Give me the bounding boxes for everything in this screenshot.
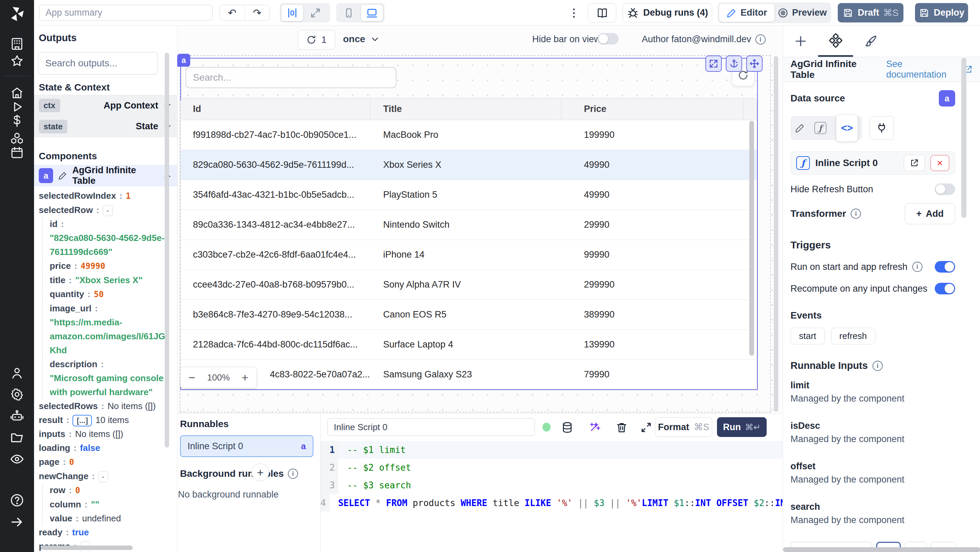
zoom-out-button[interactable]: − (181, 371, 203, 384)
tree-row[interactable]: description:"Microsoft gaming console wi… (42, 357, 169, 399)
info-icon[interactable]: i (288, 469, 298, 479)
tree-row[interactable]: newChange:- (39, 469, 169, 483)
tree-row[interactable]: row:0 (42, 483, 169, 498)
tree-row[interactable]: loading:false (39, 441, 169, 455)
table-row[interactable]: ccee43dc-27e0-40a8-b768-b09579b0... Sony… (181, 270, 757, 300)
tab-component-settings[interactable] (818, 25, 853, 57)
tree-collapse-badge[interactable]: - (103, 205, 113, 216)
inline-script-row[interactable]: ƒ Inline Script 0 × (791, 151, 955, 175)
runs-play-icon[interactable] (0, 100, 34, 114)
favorites-star-icon[interactable] (0, 54, 34, 68)
table-search-input[interactable] (185, 67, 396, 88)
info-icon[interactable]: i (872, 361, 883, 371)
tree-row[interactable]: title:"Xbox Series X" (42, 273, 169, 287)
search-outputs-input[interactable] (38, 52, 158, 75)
debug-runs-button[interactable]: Debug runs (4) (623, 3, 712, 22)
expand-component-handle[interactable] (705, 56, 722, 72)
delete-trash-icon[interactable] (614, 420, 629, 435)
static-pencil-icon[interactable] (795, 122, 805, 134)
table-row[interactable]: f991898d-cb27-4ac7-b10c-0b9050ce1... Mac… (181, 120, 757, 150)
schedules-calendar-icon[interactable] (0, 146, 34, 160)
desktop-view-button[interactable] (361, 5, 383, 21)
tree-row[interactable]: result:[...]10 items (39, 413, 169, 427)
outputs-horizontal-scrollbar[interactable] (41, 546, 133, 550)
code-line[interactable]: 1 -- $1 limit (321, 441, 783, 459)
move-component-handle[interactable] (746, 56, 762, 72)
runnable-item-inline-script-0[interactable]: Inline Script 0 a (180, 435, 313, 457)
workers-robot-icon[interactable] (0, 409, 34, 424)
code-editor[interactable]: 1 -- $1 limit 2 -- $2 offset 3 -- $3 sea… (321, 441, 783, 552)
users-person-icon[interactable] (0, 366, 34, 380)
center-align-button[interactable] (282, 5, 303, 21)
database-icon[interactable] (560, 420, 575, 435)
mobile-view-button[interactable] (338, 5, 360, 21)
deploy-button[interactable]: Deploy (915, 3, 968, 22)
tree-row[interactable]: image_url:"https://m.media-amazon.com/im… (42, 302, 169, 357)
add-background-runnable-button[interactable]: + (251, 463, 269, 481)
table-row[interactable]: b3e864c8-7fe3-4270-89e9-54c12038... Cano… (181, 300, 757, 330)
hide-bar-toggle[interactable] (598, 33, 619, 45)
tree-row[interactable]: price:49990 (42, 259, 169, 273)
function-icon[interactable]: ƒ (814, 122, 827, 134)
tree-row[interactable]: value:undefined (42, 512, 169, 525)
settings-gear-icon[interactable] (0, 387, 34, 402)
format-button[interactable]: Format⌘S (655, 417, 712, 437)
collapse-arrow-right-icon[interactable] (0, 515, 34, 530)
column-header-price[interactable]: Price (561, 99, 743, 120)
zoom-in-button[interactable]: + (234, 371, 256, 384)
connect-plug-icon[interactable] (869, 116, 894, 140)
tree-row[interactable]: column:"" (42, 498, 169, 512)
folders-folder-icon[interactable] (0, 430, 34, 445)
windmill-logo[interactable] (8, 5, 26, 22)
code-mode-icon[interactable]: <> (836, 115, 858, 142)
info-icon[interactable]: i (756, 34, 765, 45)
settings-vertical-scrollbar[interactable] (961, 58, 966, 218)
audit-eye-icon[interactable] (0, 452, 34, 466)
run-on-start-toggle[interactable] (935, 261, 955, 273)
tree-row[interactable]: selectedRow:- (39, 203, 169, 217)
table-row[interactable]: 2128adca-7fc6-44bd-800c-dc115df6ac... Su… (181, 330, 757, 360)
tree-row[interactable]: selectedRows:No items ([]) (39, 399, 169, 413)
run-button[interactable]: Run⌘↵ (717, 417, 767, 437)
tab-insert-plus[interactable] (783, 25, 818, 57)
info-icon[interactable]: i (851, 208, 861, 219)
workspace-building-icon[interactable] (0, 37, 34, 51)
variables-dollar-icon[interactable] (0, 114, 34, 128)
column-header-title[interactable]: Title (370, 99, 561, 120)
outputs-vertical-scrollbar[interactable] (165, 53, 169, 447)
recompute-toggle[interactable] (935, 283, 955, 294)
see-documentation-link[interactable]: See documentation (886, 59, 973, 80)
event-chip[interactable]: refresh (831, 328, 875, 344)
schedule-select[interactable]: once (343, 34, 380, 45)
tree-row[interactable]: quantity:50 (42, 287, 169, 302)
tree-row[interactable]: selectedRowIndex:1 (39, 189, 169, 203)
component-row-aggrid[interactable]: a AgGrid Infinite Table (34, 165, 177, 186)
redo-button[interactable]: ↷ (245, 5, 270, 21)
app-summary-input[interactable] (39, 5, 213, 21)
column-header-id[interactable]: Id (181, 99, 370, 120)
remove-script-button[interactable]: × (930, 155, 950, 171)
table-vertical-scrollbar[interactable] (749, 121, 754, 356)
tree-row[interactable]: inputs:No items ([]) (39, 427, 169, 441)
more-options-kebab[interactable] (567, 6, 581, 20)
fullwidth-expand-button[interactable] (305, 5, 326, 21)
tree-row[interactable]: id:"829ca080-5630-4562-9d5e-7611199dc669… (42, 217, 169, 259)
undo-button[interactable]: ↶ (220, 5, 245, 21)
home-icon[interactable] (0, 86, 34, 100)
pencil-icon[interactable] (58, 170, 68, 181)
refresh-count-button[interactable]: 1 (298, 30, 335, 50)
code-line[interactable]: 2 -- $2 offset (321, 459, 783, 476)
table-row[interactable]: 89c0a336-1343-4812-ac34-e4bb8e27... Nint… (181, 210, 757, 240)
table-row[interactable]: 829ca080-5630-4562-9d5e-7611199d... Xbox… (181, 150, 757, 180)
tree-collapse-badge[interactable]: [...] (73, 415, 92, 426)
table-row[interactable]: c303bce7-cb2e-42c6-8fdf-6aa01fc4e4... iP… (181, 240, 757, 270)
settings-horizontal-scrollbar[interactable] (783, 547, 980, 552)
canvas-vertical-scrollbar[interactable] (774, 56, 778, 412)
open-script-button[interactable] (904, 155, 925, 171)
script-name-input[interactable] (327, 418, 535, 436)
help-icon[interactable] (0, 493, 34, 508)
code-line[interactable]: 3 -- $3 search (321, 476, 783, 494)
ai-wand-icon[interactable] (587, 420, 602, 435)
resources-cubes-icon[interactable] (0, 131, 34, 146)
info-icon[interactable]: i (912, 262, 923, 272)
